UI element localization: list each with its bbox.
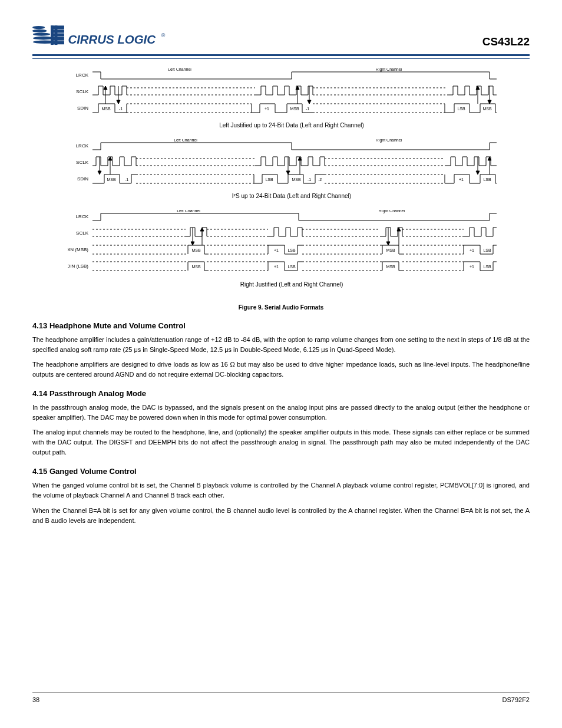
timing-diagram-left-justified: LRCK SCLK SDIN <box>68 68 530 133</box>
svg-text:-2: -2 <box>318 177 322 182</box>
svg-marker-33 <box>488 100 491 104</box>
svg-rect-10 <box>51 37 64 41</box>
svg-text:SCLK: SCLK <box>76 160 89 165</box>
svg-text:Left Justified up to 24-Bit Da: Left Justified up to 24-Bit Data (Left a… <box>219 122 364 129</box>
svg-text:MSB: MSB <box>290 107 299 111</box>
figure-caption: Figure 9. Serial Audio Formats <box>32 304 530 311</box>
svg-text:+1: +1 <box>470 265 474 269</box>
svg-marker-68 <box>476 171 480 174</box>
svg-text:LSB: LSB <box>483 177 491 182</box>
svg-rect-11 <box>51 41 64 45</box>
svg-text:+1: +1 <box>459 177 464 182</box>
svg-text:Left Channel: Left Channel <box>168 68 191 71</box>
cirrus-logic-logo-icon: CIRRUS LOGIC ® <box>32 22 177 52</box>
svg-text:LSB: LSB <box>483 265 491 269</box>
svg-text:LSB: LSB <box>287 265 296 269</box>
header-divider-thin <box>32 58 530 59</box>
svg-text:LSB: LSB <box>265 177 273 182</box>
svg-text:LSB: LSB <box>457 107 465 111</box>
part-number: CS43L22 <box>482 35 530 48</box>
svg-marker-31 <box>308 100 311 104</box>
svg-text:+1: +1 <box>265 107 269 111</box>
timing-diagram-i2s: LRCK SCLK SDIN <box>68 139 530 204</box>
svg-marker-60 <box>108 157 112 160</box>
svg-text:LSB: LSB <box>287 248 296 252</box>
svg-text:I²S up to 24-Bit Data (Left an: I²S up to 24-Bit Data (Left and Right Ch… <box>232 193 351 199</box>
svg-text:SCLK: SCLK <box>76 230 89 236</box>
section-415-title: 4.15 Ganged Volume Control <box>32 467 530 476</box>
svg-text:®: ® <box>161 32 166 38</box>
svg-marker-113 <box>386 242 390 245</box>
svg-text:LRCK: LRCK <box>76 73 89 78</box>
svg-text:MSB: MSB <box>482 107 492 111</box>
svg-rect-9 <box>51 33 64 37</box>
svg-marker-62 <box>286 171 290 174</box>
svg-text:Right Channel: Right Channel <box>376 68 402 72</box>
svg-text:LSB: LSB <box>483 248 491 252</box>
svg-text:SDIN  (LSB): SDIN (LSB) <box>68 263 88 269</box>
svg-text:SDIN: SDIN <box>77 176 88 182</box>
svg-point-1 <box>32 29 47 32</box>
section-415-body: When the ganged volume control bit is se… <box>32 480 530 525</box>
svg-text:Right Channel: Right Channel <box>379 210 405 213</box>
svg-point-0 <box>32 26 45 29</box>
svg-text:-1: -1 <box>306 107 309 111</box>
svg-text:MSB: MSB <box>292 177 301 182</box>
section-413-title: 4.13 Headphone Mute and Volume Control <box>32 321 530 330</box>
svg-text:MSB: MSB <box>191 248 201 252</box>
svg-point-2 <box>33 32 50 35</box>
svg-text:SCLK: SCLK <box>76 89 89 94</box>
svg-text:LRCK: LRCK <box>76 143 89 149</box>
svg-text:MSB: MSB <box>191 265 201 269</box>
svg-text:Right Channel: Right Channel <box>376 139 402 143</box>
header-divider-thick <box>32 54 530 56</box>
svg-text:Right Justified (Left and Righ: Right Justified (Left and Right Channel) <box>240 281 343 288</box>
svg-text:-1: -1 <box>308 177 311 182</box>
svg-text:LRCK: LRCK <box>76 214 89 219</box>
svg-marker-111 <box>200 228 204 231</box>
svg-text:+1: +1 <box>274 265 279 269</box>
svg-marker-27 <box>117 100 120 104</box>
section-414-title: 4.14 Passthrough Analog Mode <box>32 389 530 398</box>
svg-text:SDIN  (MSB): SDIN (MSB) <box>68 247 88 252</box>
section-413-body: The headphone amplifier includes a gain/… <box>32 335 530 380</box>
svg-text:Left Channel: Left Channel <box>174 139 197 142</box>
svg-text:MSB: MSB <box>386 265 395 269</box>
svg-text:MSB: MSB <box>107 177 116 182</box>
page-number: 38 <box>32 696 39 703</box>
page-footer: 38 DS792F2 <box>32 692 530 703</box>
section-414-body: In the passthrough analog mode, the DAC … <box>32 403 530 457</box>
svg-text:-1: -1 <box>119 107 123 111</box>
svg-marker-109 <box>191 242 194 245</box>
svg-text:MSB: MSB <box>101 107 111 111</box>
svg-text:+1: +1 <box>470 248 474 252</box>
company-name-text: CIRRUS LOGIC <box>68 33 156 46</box>
svg-text:SDIN: SDIN <box>77 106 88 111</box>
svg-text:+1: +1 <box>274 248 279 252</box>
svg-text:Left Channel: Left Channel <box>177 210 200 213</box>
svg-text:-1: -1 <box>125 177 128 182</box>
timing-diagram-right-justified: LRCK SCLK SDIN (MSB) SDIN (LSB) <box>68 210 530 298</box>
company-logo: CIRRUS LOGIC ® <box>32 22 177 52</box>
svg-rect-8 <box>51 29 64 33</box>
svg-marker-58 <box>98 171 101 174</box>
svg-text:MSB: MSB <box>386 248 395 252</box>
svg-rect-7 <box>51 25 64 29</box>
doc-id: DS792F2 <box>503 696 530 703</box>
svg-marker-25 <box>104 86 107 90</box>
